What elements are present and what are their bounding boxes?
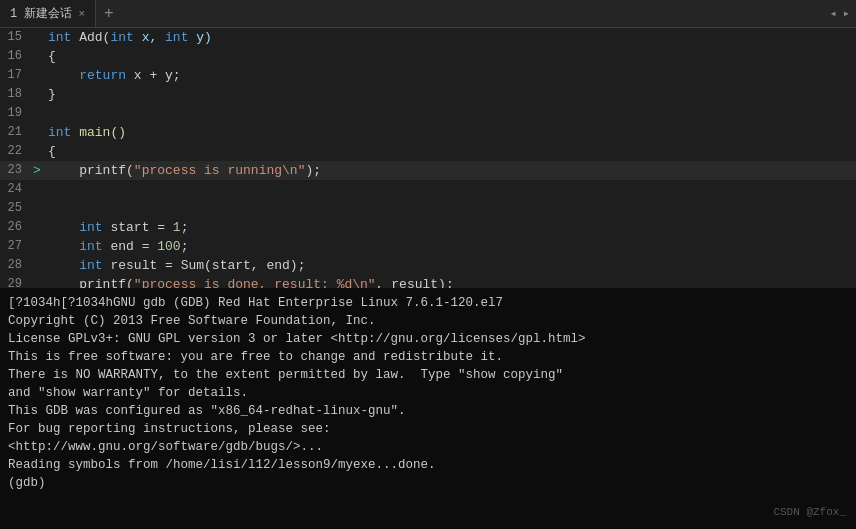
line-code: int result = Sum(start, end); [44,256,856,275]
code-line: 27 int end = 100; [0,237,856,256]
line-indicator [30,180,44,199]
code-line: 15 int Add(int x, int y) [0,28,856,47]
terminal-pane[interactable]: [?1034h[?1034hGNU gdb (GDB) Red Hat Ente… [0,288,856,529]
terminal-line: Reading symbols from /home/lisi/l12/less… [8,456,848,474]
nav-prev-button[interactable]: ◂ [830,6,837,21]
line-number: 22 [0,142,30,161]
line-indicator [30,123,44,142]
line-number: 23 [0,161,30,180]
line-indicator [30,66,44,85]
line-number: 26 [0,218,30,237]
code-pane: 15 int Add(int x, int y)16 {17 return x … [0,28,856,288]
code-line: 28 int result = Sum(start, end); [0,256,856,275]
terminal-line: <http://www.gnu.org/software/gdb/bugs/>.… [8,438,848,456]
code-line: 24 [0,180,856,199]
code-line: 29 printf("process is done, result: %d\n… [0,275,856,288]
terminal-line: This GDB was configured as "x86_64-redha… [8,402,848,420]
line-code: { [44,142,856,161]
terminal-line: [?1034h[?1034hGNU gdb (GDB) Red Hat Ente… [8,294,848,312]
line-number: 24 [0,180,30,199]
code-line: 19 [0,104,856,123]
line-indicator [30,47,44,66]
line-number: 21 [0,123,30,142]
session-tab[interactable]: 1 新建会话 × [0,0,96,27]
code-line: 26 int start = 1; [0,218,856,237]
line-number: 18 [0,85,30,104]
code-line: 22 { [0,142,856,161]
line-number: 28 [0,256,30,275]
line-number: 16 [0,47,30,66]
line-code: int Add(int x, int y) [44,28,856,47]
line-code: int start = 1; [44,218,856,237]
tab-bar: 1 新建会话 × + ◂ ▸ [0,0,856,28]
terminal-line: (gdb) [8,474,848,492]
new-tab-button[interactable]: + [96,0,122,27]
line-code: int main() [44,123,856,142]
code-line: 18 } [0,85,856,104]
line-code: printf("process is running\n"); [44,161,856,180]
line-code: { [44,47,856,66]
main-layout: 15 int Add(int x, int y)16 {17 return x … [0,28,856,529]
nav-next-button[interactable]: ▸ [843,6,850,21]
line-number: 19 [0,104,30,123]
code-line: 21 int main() [0,123,856,142]
line-indicator [30,142,44,161]
terminal-line: License GPLv3+: GNU GPL version 3 or lat… [8,330,848,348]
line-number: 29 [0,275,30,288]
terminal-line: Copyright (C) 2013 Free Software Foundat… [8,312,848,330]
tab-close-button[interactable]: × [78,8,85,20]
line-indicator [30,104,44,123]
terminal-line: and "show warranty" for details. [8,384,848,402]
line-indicator [30,85,44,104]
code-line: 23> printf("process is running\n"); [0,161,856,180]
line-code: int end = 100; [44,237,856,256]
line-code: } [44,85,856,104]
line-code: return x + y; [44,66,856,85]
terminal-line: There is NO WARRANTY, to the extent perm… [8,366,848,384]
line-indicator: > [30,161,44,180]
line-number: 27 [0,237,30,256]
line-indicator [30,218,44,237]
line-indicator [30,256,44,275]
line-indicator [30,28,44,47]
line-indicator [30,199,44,218]
terminal-line: This is free software: you are free to c… [8,348,848,366]
line-number: 17 [0,66,30,85]
line-number: 25 [0,199,30,218]
terminal-content: [?1034h[?1034hGNU gdb (GDB) Red Hat Ente… [8,294,848,492]
line-indicator [30,275,44,288]
code-line: 16 { [0,47,856,66]
tab-nav: ◂ ▸ [824,6,856,21]
line-indicator [30,237,44,256]
terminal-line: For bug reporting instructions, please s… [8,420,848,438]
code-line: 25 [0,199,856,218]
tab-title: 1 新建会话 [10,5,72,22]
watermark: CSDN @Zfox_ [773,503,846,521]
code-content: 15 int Add(int x, int y)16 {17 return x … [0,28,856,288]
line-code: printf("process is done, result: %d\n", … [44,275,856,288]
line-number: 15 [0,28,30,47]
code-line: 17 return x + y; [0,66,856,85]
